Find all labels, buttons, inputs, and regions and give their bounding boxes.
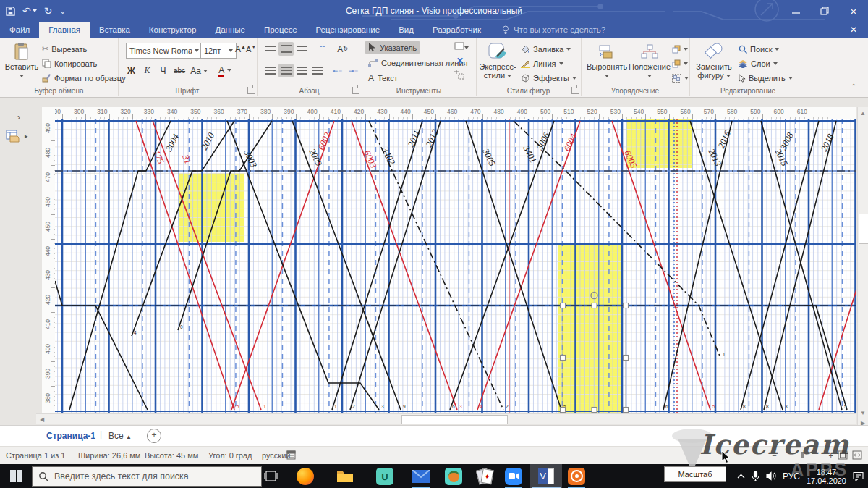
scroll-down-arrow[interactable]: ▼ <box>859 408 867 417</box>
tab-данные[interactable]: Данные <box>205 22 255 38</box>
copy-button[interactable]: Копировать <box>42 56 97 70</box>
select-button[interactable]: Выделить <box>739 71 793 85</box>
close-document-icon[interactable]: ✕ <box>839 22 868 38</box>
taskbar-app-task-view[interactable] <box>255 464 286 488</box>
shapes-panel-icon[interactable]: ▸ <box>6 130 28 143</box>
taskbar-search-box[interactable]: Введите здесь текст для поиска <box>32 466 262 487</box>
group-shapes-button[interactable] <box>672 71 689 85</box>
shape-styles-dialog-launcher[interactable] <box>571 87 579 94</box>
strikethrough-button[interactable]: abc <box>174 67 185 75</box>
tab-главная[interactable]: Главная <box>39 22 90 38</box>
notifications-icon[interactable] <box>853 471 864 481</box>
send-backward-button[interactable] <box>672 56 688 70</box>
language-indicator[interactable]: РУС <box>783 471 800 481</box>
rotate-text-button[interactable]: A↻ <box>335 42 350 56</box>
grow-font-button[interactable]: A▲ <box>235 44 246 54</box>
align-button[interactable]: Выровнять <box>587 41 627 80</box>
quick-styles-button[interactable]: Экспресс-стили <box>479 41 516 80</box>
taskbar-clock[interactable]: 18:47 17.04.2020 <box>807 468 846 485</box>
page-tab[interactable]: Страница-1 <box>46 431 95 441</box>
align-center-button[interactable] <box>278 64 294 77</box>
taskbar-app-firefox[interactable] <box>289 464 321 488</box>
connection-point-x-button[interactable]: ✕ <box>456 56 464 66</box>
zoom-controls[interactable]: − + <box>772 450 862 460</box>
add-page-button[interactable]: + <box>147 429 161 443</box>
zoom-in-icon[interactable]: + <box>829 451 833 460</box>
tab-файл[interactable]: Файл <box>0 22 39 38</box>
start-button[interactable] <box>0 464 32 488</box>
underline-button[interactable]: Ч <box>158 66 169 76</box>
taskbar-app-mail[interactable] <box>405 464 437 488</box>
effects-button[interactable]: Эффекты <box>521 71 576 85</box>
hidden-icons-chevron[interactable] <box>737 474 745 479</box>
decrease-indent-button[interactable]: ⇤≡ <box>330 64 345 77</box>
justify-button[interactable] <box>310 64 326 77</box>
fill-button[interactable]: Заливка <box>521 42 571 56</box>
taskbar-app-explorer[interactable] <box>329 464 361 488</box>
bring-forward-button[interactable] <box>672 42 688 56</box>
text-tool-button[interactable]: A Текст <box>365 71 401 85</box>
paste-button[interactable]: Вставить <box>4 41 39 80</box>
restore-button[interactable] <box>810 0 839 22</box>
macros-icon[interactable] <box>286 450 296 461</box>
connector-tool-button[interactable]: Соединительная линия <box>365 56 470 70</box>
taskbar-app-utorrent[interactable]: ∪ <box>369 464 401 488</box>
font-size-combo[interactable]: 12пт <box>200 43 237 59</box>
rectangle-tool-button[interactable] <box>454 42 469 51</box>
tab-рецензирование[interactable]: Рецензирование <box>306 22 389 38</box>
replace-shape-button[interactable]: Заменить фигуру <box>694 41 734 80</box>
status-item-1[interactable]: Ширина: 26,6 мм <box>78 451 140 460</box>
font-color-button[interactable]: А <box>218 65 231 77</box>
find-button[interactable]: Поиск <box>739 42 779 56</box>
status-item-3[interactable]: Угол: 0 град <box>208 451 252 460</box>
pointer-tool-button[interactable]: Указатель <box>365 41 420 54</box>
vertical-scroll-thumb[interactable] <box>859 214 868 244</box>
expand-shapes-panel-icon[interactable]: › <box>17 112 20 122</box>
drawing-canvas[interactable]: 3111175556002226003336004446005553004442… <box>55 119 856 413</box>
font-dialog-launcher[interactable] <box>247 87 255 94</box>
line-button[interactable]: Линия <box>521 56 563 70</box>
format-painter-button[interactable]: Формат по образцу <box>42 71 126 85</box>
taskbar-app-zoom[interactable] <box>498 464 529 488</box>
tell-me-box[interactable]: Что вы хотите сделать? <box>490 22 605 38</box>
scroll-left-arrow[interactable]: ◀ <box>38 415 46 424</box>
scroll-up-arrow[interactable]: ▲ <box>859 109 867 117</box>
font-name-combo[interactable]: Times New Roma <box>126 43 203 59</box>
taskbar-app-game[interactable] <box>438 464 469 488</box>
tab-конструктор[interactable]: Конструктор <box>140 22 206 38</box>
horizontal-scrollbar[interactable]: ◀ <box>36 413 856 424</box>
tab-вставка[interactable]: Вставка <box>90 22 140 38</box>
zoom-slider[interactable] <box>781 455 825 455</box>
paragraph-dialog-launcher[interactable] <box>352 87 359 94</box>
tab-разработчик[interactable]: Разработчик <box>423 22 490 38</box>
position-button[interactable]: Положение <box>629 41 671 80</box>
shrink-font-button[interactable]: A▼ <box>246 44 256 54</box>
fit-page-icon[interactable] <box>838 450 848 460</box>
align-middle-button[interactable] <box>278 42 294 56</box>
align-top-button[interactable] <box>263 42 278 56</box>
layers-button[interactable]: Слои <box>739 56 778 70</box>
align-right-button[interactable] <box>294 64 310 77</box>
connection-point-tool-button[interactable] <box>454 70 464 81</box>
align-bottom-button[interactable] <box>294 42 310 56</box>
horizontal-scroll-thumb[interactable] <box>401 415 508 424</box>
close-button[interactable]: × <box>839 0 868 22</box>
italic-button[interactable]: К <box>142 65 153 76</box>
all-pages-dropdown[interactable]: Все ▲ <box>109 431 132 441</box>
tab-вид[interactable]: Вид <box>389 22 423 38</box>
taskbar-app-solitaire[interactable]: ♦ <box>469 464 501 488</box>
bullets-button[interactable]: ☷ <box>315 42 330 56</box>
bold-button[interactable]: Ж <box>126 66 137 76</box>
collapse-ribbon-button[interactable]: ⌃ <box>851 83 856 91</box>
increase-indent-button[interactable]: ⇥≡ <box>346 64 361 77</box>
change-case-button[interactable]: Aa <box>190 66 208 76</box>
vertical-ruler[interactable]: 490480470460450440430420410400390380 <box>42 119 56 413</box>
align-left-button[interactable] <box>263 64 278 77</box>
status-item-2[interactable]: Высота: 45 мм <box>145 451 198 460</box>
taskbar-app-visio[interactable]: V <box>530 464 562 488</box>
minimize-button[interactable] <box>781 0 810 22</box>
taskbar-app-recorder[interactable] <box>561 464 592 488</box>
speaker-icon[interactable] <box>766 471 776 481</box>
microphone-icon[interactable] <box>752 471 760 481</box>
horizontal-ruler[interactable]: 2903003103203303403503603703803904004104… <box>55 107 856 119</box>
